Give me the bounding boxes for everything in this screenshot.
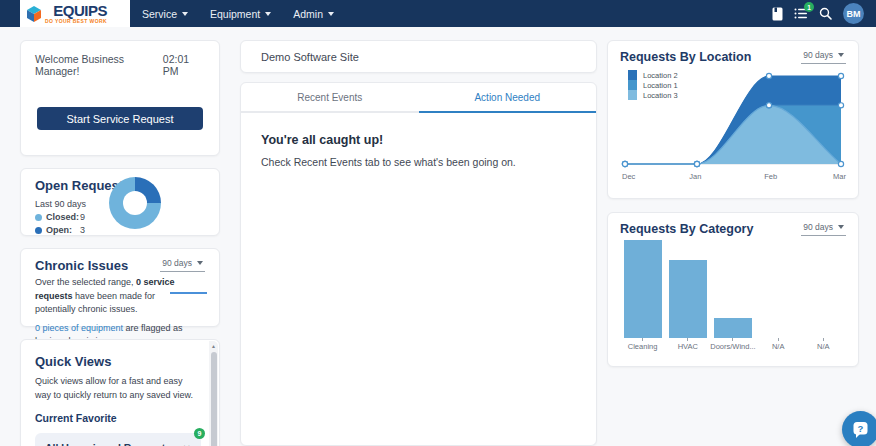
- category-label: Cleaning: [628, 342, 658, 351]
- category-range-dropdown[interactable]: 90 days: [801, 222, 846, 236]
- data-point-marker: [694, 161, 699, 166]
- axis-tick: [778, 338, 779, 341]
- legend-dot-open: [35, 227, 42, 234]
- quick-views-title: Quick Views: [35, 354, 201, 369]
- legend-row: Location 1: [628, 80, 678, 90]
- search-icon[interactable]: [819, 7, 832, 20]
- favorite-view-chip[interactable]: All Unassigned Requests ✕ 9: [35, 433, 201, 446]
- help-button[interactable]: ?: [842, 411, 876, 446]
- chronic-range-dropdown[interactable]: 90 days: [160, 258, 205, 272]
- site-name: Demo Software Site: [261, 51, 359, 63]
- location-range-dropdown[interactable]: 90 days: [801, 50, 846, 64]
- tab-action-needed[interactable]: Action Needed: [419, 83, 597, 113]
- bar[interactable]: [714, 318, 752, 338]
- favorite-count-badge: 9: [194, 428, 205, 439]
- chevron-down-icon: [838, 225, 844, 229]
- nav-item-service[interactable]: Service: [142, 8, 188, 20]
- chevron-down-icon: [197, 261, 203, 265]
- equips-cube-icon: [26, 6, 42, 22]
- data-point-marker: [622, 161, 627, 166]
- chronic-issues-title: Chronic Issues: [35, 258, 128, 273]
- legend-series-label: Location 3: [643, 91, 678, 100]
- legend-row: Location 3: [628, 90, 678, 100]
- category-label: HVAC: [678, 342, 698, 351]
- legend-open-label: Open:: [46, 225, 80, 235]
- requests-by-location-card: Requests By Location 90 days Location 2L…: [607, 40, 859, 199]
- bar[interactable]: [669, 260, 707, 338]
- chronic-summary: Over the selected range, 0 service reque…: [35, 276, 185, 317]
- legend-closed-label: Closed:: [46, 212, 80, 222]
- category-bar-labels: CleaningHVACDoors/Wind...N/AN/A: [620, 338, 846, 351]
- help-bubble-icon: ?: [851, 420, 870, 439]
- quick-views-scrollbar[interactable]: ▲: [209, 341, 218, 446]
- equips-logo-tagline: DO YOUR BEST WORK: [45, 18, 107, 24]
- scroll-up-arrow-icon[interactable]: ▲: [209, 341, 218, 351]
- bar-label-column: Cleaning: [620, 338, 665, 351]
- bar-column: [620, 240, 665, 338]
- category-label: Doors/Wind...: [710, 342, 755, 351]
- legend-series-label: Location 2: [643, 71, 678, 80]
- changelog-icon[interactable]: 1: [794, 7, 808, 20]
- bar-label-column: N/A: [801, 338, 846, 351]
- legend-series-label: Location 1: [643, 81, 678, 90]
- location-chart-header: Requests By Location 90 days: [620, 50, 846, 64]
- quick-views-card: Quick Views Quick views allow for a fast…: [20, 339, 220, 446]
- caught-up-title: You're all caught up!: [261, 133, 576, 147]
- nav-item-equipment[interactable]: Equipment: [210, 8, 271, 20]
- equips-logo-text-block: EQUIPS DO YOUR BEST WORK: [45, 4, 107, 24]
- scrollbar-thumb[interactable]: [211, 352, 217, 446]
- chevron-down-icon: [328, 12, 334, 16]
- user-avatar[interactable]: BM: [843, 3, 864, 24]
- events-panel-card: Recent Events Action Needed You're all c…: [240, 82, 597, 446]
- tab-recent-events[interactable]: Recent Events: [241, 83, 419, 113]
- location-chart-legend: Location 2Location 1Location 3: [628, 70, 678, 100]
- current-time: 02:01 PM: [163, 53, 205, 77]
- dashboard-page: EQUIPS DO YOUR BEST WORK Service Equipme…: [0, 0, 876, 446]
- bar-label-column: N/A: [756, 338, 801, 351]
- x-axis-label: Feb: [764, 172, 777, 181]
- location-range-value: 90 days: [803, 50, 833, 60]
- left-column: Welcome Business Manager! 02:01 PM Start…: [20, 40, 220, 446]
- chronic-equipment-link[interactable]: 0 pieces of equipment: [35, 323, 123, 333]
- start-service-request-button[interactable]: Start Service Request: [37, 107, 203, 130]
- chronic-range-value: 90 days: [162, 258, 192, 268]
- legend-row: Location 2: [628, 70, 678, 80]
- tabs-row: Recent Events Action Needed: [241, 83, 596, 113]
- action-needed-content: You're all caught up! Check Recent Event…: [241, 113, 596, 188]
- chevron-down-icon: [265, 12, 271, 16]
- chevron-down-icon: [838, 53, 844, 57]
- legend-swatch: [628, 90, 637, 100]
- right-column: Requests By Location 90 days Location 2L…: [607, 40, 859, 367]
- nav-item-service-label: Service: [142, 8, 177, 20]
- current-favorite-label: Current Favorite: [35, 412, 201, 424]
- legend-dot-closed: [35, 214, 42, 221]
- nav-links: Service Equipment Admin: [142, 8, 334, 20]
- category-label: N/A: [817, 342, 830, 351]
- x-axis-label: Mar: [833, 172, 846, 181]
- requests-by-category-card: Requests By Category 90 days CleaningHVA…: [607, 212, 859, 367]
- category-label: N/A: [772, 342, 785, 351]
- x-axis-label: Jan: [689, 172, 701, 181]
- site-header-card: Demo Software Site: [240, 40, 597, 73]
- navbar-actions: 1 BM: [772, 3, 876, 24]
- axis-tick: [823, 338, 824, 341]
- axis-tick: [687, 338, 688, 341]
- equips-logo-text: EQUIPS: [53, 4, 107, 18]
- axis-tick: [732, 338, 733, 341]
- category-bars: [620, 240, 846, 338]
- handbook-icon[interactable]: [772, 7, 783, 21]
- equips-logo[interactable]: EQUIPS DO YOUR BEST WORK: [20, 0, 130, 27]
- welcome-header: Welcome Business Manager! 02:01 PM: [35, 53, 205, 77]
- legend-closed-value: 9: [80, 212, 85, 222]
- legend-swatch: [628, 70, 637, 80]
- axis-tick: [642, 338, 643, 341]
- donut-hole: [123, 191, 147, 215]
- bar[interactable]: [624, 240, 662, 338]
- close-icon[interactable]: ✕: [183, 443, 191, 446]
- help-question-glyph: ?: [858, 423, 864, 434]
- category-range-value: 90 days: [803, 222, 833, 232]
- requests-by-location-title: Requests By Location: [620, 50, 751, 64]
- requests-by-category-title: Requests By Category: [620, 222, 753, 236]
- nav-item-admin[interactable]: Admin: [293, 8, 334, 20]
- location-x-axis: DecJanFebMar: [620, 171, 846, 183]
